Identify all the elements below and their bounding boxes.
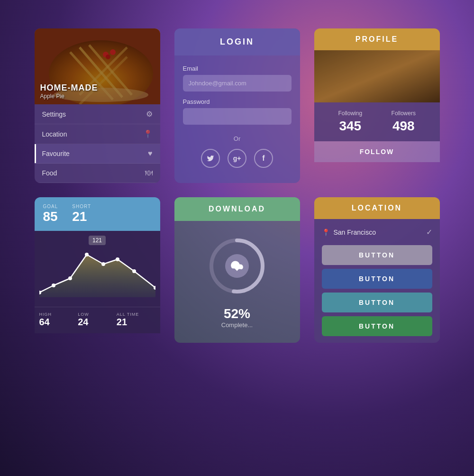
location-label: Location bbox=[42, 130, 67, 138]
login-card: LOGIN Email Password Or g+ f bbox=[174, 28, 300, 183]
login-body: Email Password Or g+ f bbox=[174, 55, 300, 177]
low-label: LOW bbox=[78, 312, 117, 317]
google-login-button[interactable]: g+ bbox=[228, 149, 246, 168]
facebook-icon: f bbox=[262, 154, 264, 163]
svg-point-20 bbox=[68, 276, 72, 280]
chart-card: GOAL 85 SHORT 21 121 bbox=[35, 197, 160, 343]
download-card: DOWNLOAD 52% Complete... bbox=[174, 197, 300, 343]
password-input[interactable] bbox=[183, 108, 292, 125]
high-label: HIGH bbox=[39, 312, 78, 317]
settings-label: Settings bbox=[42, 110, 66, 118]
favourite-icon: ♥ bbox=[148, 149, 153, 158]
checkmark-icon: ✓ bbox=[426, 228, 432, 237]
svg-point-19 bbox=[52, 284, 55, 287]
location-marker-icon: 📍 bbox=[322, 229, 330, 236]
goal-label: GOAL bbox=[43, 204, 58, 209]
svg-point-24 bbox=[132, 269, 136, 273]
menu-item-favourite[interactable]: Favourite ♥ bbox=[35, 144, 160, 164]
profile-stats: Following 345 Followers 498 bbox=[314, 102, 440, 141]
chart-body: 121 bbox=[35, 231, 160, 307]
short-stat: SHORT 21 bbox=[72, 204, 91, 224]
svg-point-23 bbox=[116, 257, 119, 261]
short-value: 21 bbox=[72, 209, 91, 224]
menu-card: HOME-MADE Apple Pie Settings ⚙ Location … bbox=[35, 28, 160, 183]
menu-item-food[interactable]: Food 🍽 bbox=[35, 164, 160, 183]
menu-card-image: HOME-MADE Apple Pie bbox=[35, 28, 160, 104]
button-3[interactable]: BUTTON bbox=[322, 293, 432, 312]
download-body: 52% Complete... bbox=[174, 221, 300, 343]
food-icon: 🍽 bbox=[145, 169, 153, 177]
twitter-login-button[interactable] bbox=[201, 149, 220, 168]
following-value: 345 bbox=[324, 119, 377, 134]
low-stat: LOW 24 bbox=[78, 312, 117, 328]
location-body: 📍 San Francisco ✓ BUTTON BUTTON BUTTON B… bbox=[314, 219, 440, 343]
button-4[interactable]: BUTTON bbox=[322, 316, 432, 336]
food-label: Food bbox=[42, 169, 57, 177]
google-icon: g+ bbox=[233, 155, 241, 162]
high-stat: HIGH 64 bbox=[39, 312, 78, 328]
location-row: 📍 San Francisco ✓ bbox=[322, 226, 432, 241]
following-stat: Following 345 bbox=[324, 110, 377, 134]
follow-button[interactable]: FOLLOW bbox=[314, 141, 440, 162]
location-icon: 📍 bbox=[143, 129, 153, 138]
followers-stat: Followers 498 bbox=[377, 110, 430, 134]
email-label: Email bbox=[183, 65, 292, 72]
download-percent: 52% bbox=[224, 306, 250, 321]
progress-ring bbox=[206, 235, 268, 297]
profile-image-area: John Doe 📍 New York, NY bbox=[314, 50, 440, 102]
goal-stat: GOAL 85 bbox=[43, 204, 58, 224]
download-status: Complete... bbox=[221, 321, 253, 329]
favourite-label: Favourite bbox=[42, 150, 70, 157]
high-value: 64 bbox=[39, 317, 78, 328]
alltime-stat: ALL TIME 21 bbox=[117, 312, 155, 328]
menu-item-settings[interactable]: Settings ⚙ bbox=[35, 104, 160, 124]
download-title: DOWNLOAD bbox=[182, 205, 292, 213]
low-value: 24 bbox=[78, 317, 117, 328]
chart-tooltip: 121 bbox=[89, 236, 106, 245]
download-icon-container bbox=[225, 254, 249, 278]
short-label: SHORT bbox=[72, 204, 91, 209]
menu-item-location[interactable]: Location 📍 bbox=[35, 124, 160, 144]
menu-card-title: HOME-MADE Apple Pie bbox=[40, 83, 98, 100]
button-1[interactable]: BUTTON bbox=[322, 245, 432, 265]
chart-footer: HIGH 64 LOW 24 ALL TIME 21 bbox=[35, 307, 160, 333]
button-2[interactable]: BUTTON bbox=[322, 269, 432, 289]
svg-point-22 bbox=[101, 262, 105, 266]
chart-header: GOAL 85 SHORT 21 bbox=[35, 197, 160, 231]
following-label: Following bbox=[324, 110, 377, 117]
menu-card-sub-title: Apple Pie bbox=[40, 93, 98, 100]
followers-label: Followers bbox=[377, 110, 430, 117]
profile-card: PROFILE bbox=[314, 28, 440, 183]
settings-icon: ⚙ bbox=[146, 110, 153, 119]
svg-rect-13 bbox=[314, 50, 440, 102]
cloud-download-icon bbox=[230, 259, 244, 273]
location-title: LOCATION bbox=[322, 204, 432, 212]
svg-point-21 bbox=[85, 253, 89, 256]
goal-value: 85 bbox=[43, 209, 58, 224]
profile-title: PROFILE bbox=[322, 35, 432, 44]
download-header: DOWNLOAD bbox=[174, 197, 300, 221]
password-label: Password bbox=[183, 98, 292, 105]
followers-value: 498 bbox=[377, 119, 430, 134]
location-card: LOCATION 📍 San Francisco ✓ BUTTON BUTTON… bbox=[314, 197, 440, 343]
button-row: BUTTON BUTTON BUTTON BUTTON bbox=[322, 245, 432, 336]
alltime-value: 21 bbox=[117, 317, 155, 328]
social-buttons: g+ f bbox=[183, 149, 292, 168]
email-input[interactable] bbox=[183, 75, 292, 92]
profile-header: PROFILE bbox=[314, 28, 440, 50]
location-left: 📍 San Francisco bbox=[322, 229, 376, 236]
city-name: San Francisco bbox=[334, 229, 376, 236]
alltime-label: ALL TIME bbox=[117, 312, 155, 317]
menu-items-list: Settings ⚙ Location 📍 Favourite ♥ Food 🍽 bbox=[35, 104, 160, 183]
location-header: LOCATION bbox=[314, 197, 440, 219]
or-divider: Or bbox=[183, 135, 292, 142]
login-header: LOGIN bbox=[174, 28, 300, 55]
login-title: LOGIN bbox=[183, 37, 292, 47]
menu-card-main-title: HOME-MADE bbox=[40, 83, 98, 93]
facebook-login-button[interactable]: f bbox=[254, 149, 273, 168]
